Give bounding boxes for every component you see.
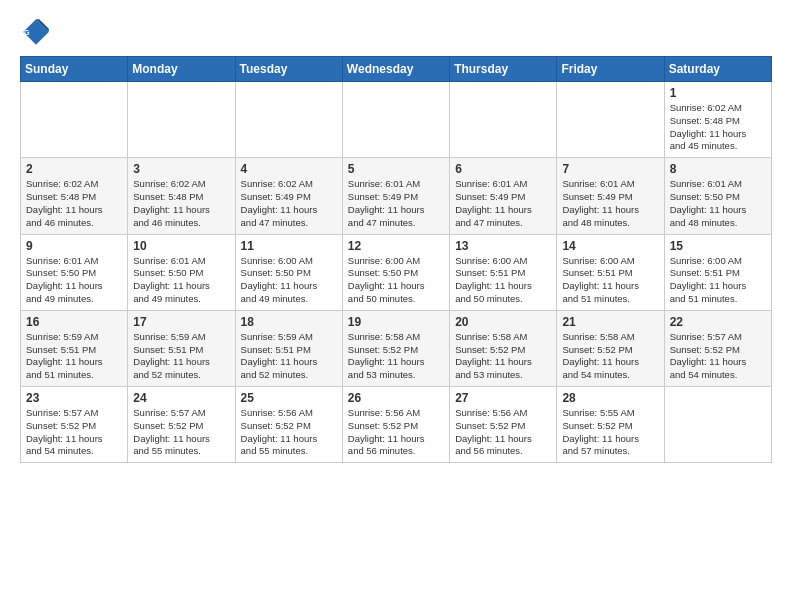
day-info: Sunrise: 6:02 AM Sunset: 5:48 PM Dayligh… xyxy=(26,178,122,229)
day-number: 19 xyxy=(348,315,444,329)
day-info: Sunrise: 6:01 AM Sunset: 5:50 PM Dayligh… xyxy=(670,178,766,229)
day-info: Sunrise: 5:58 AM Sunset: 5:52 PM Dayligh… xyxy=(562,331,658,382)
day-cell: 20Sunrise: 5:58 AM Sunset: 5:52 PM Dayli… xyxy=(450,310,557,386)
weekday-monday: Monday xyxy=(128,57,235,82)
header: G xyxy=(20,16,772,48)
day-info: Sunrise: 6:01 AM Sunset: 5:50 PM Dayligh… xyxy=(133,255,229,306)
day-number: 5 xyxy=(348,162,444,176)
day-cell: 5Sunrise: 6:01 AM Sunset: 5:49 PM Daylig… xyxy=(342,158,449,234)
day-cell: 22Sunrise: 5:57 AM Sunset: 5:52 PM Dayli… xyxy=(664,310,771,386)
week-row-5: 23Sunrise: 5:57 AM Sunset: 5:52 PM Dayli… xyxy=(21,387,772,463)
day-cell: 3Sunrise: 6:02 AM Sunset: 5:48 PM Daylig… xyxy=(128,158,235,234)
day-info: Sunrise: 5:58 AM Sunset: 5:52 PM Dayligh… xyxy=(455,331,551,382)
day-info: Sunrise: 5:57 AM Sunset: 5:52 PM Dayligh… xyxy=(26,407,122,458)
day-cell: 10Sunrise: 6:01 AM Sunset: 5:50 PM Dayli… xyxy=(128,234,235,310)
day-number: 2 xyxy=(26,162,122,176)
day-info: Sunrise: 5:59 AM Sunset: 5:51 PM Dayligh… xyxy=(241,331,337,382)
day-cell xyxy=(342,82,449,158)
day-cell: 12Sunrise: 6:00 AM Sunset: 5:50 PM Dayli… xyxy=(342,234,449,310)
day-number: 27 xyxy=(455,391,551,405)
week-row-1: 1Sunrise: 6:02 AM Sunset: 5:48 PM Daylig… xyxy=(21,82,772,158)
weekday-friday: Friday xyxy=(557,57,664,82)
day-number: 10 xyxy=(133,239,229,253)
day-number: 21 xyxy=(562,315,658,329)
day-cell: 2Sunrise: 6:02 AM Sunset: 5:48 PM Daylig… xyxy=(21,158,128,234)
weekday-saturday: Saturday xyxy=(664,57,771,82)
day-info: Sunrise: 5:57 AM Sunset: 5:52 PM Dayligh… xyxy=(670,331,766,382)
day-info: Sunrise: 6:01 AM Sunset: 5:50 PM Dayligh… xyxy=(26,255,122,306)
day-number: 25 xyxy=(241,391,337,405)
day-cell: 28Sunrise: 5:55 AM Sunset: 5:52 PM Dayli… xyxy=(557,387,664,463)
weekday-sunday: Sunday xyxy=(21,57,128,82)
day-cell: 11Sunrise: 6:00 AM Sunset: 5:50 PM Dayli… xyxy=(235,234,342,310)
day-info: Sunrise: 6:00 AM Sunset: 5:51 PM Dayligh… xyxy=(670,255,766,306)
day-cell: 17Sunrise: 5:59 AM Sunset: 5:51 PM Dayli… xyxy=(128,310,235,386)
weekday-header-row: SundayMondayTuesdayWednesdayThursdayFrid… xyxy=(21,57,772,82)
day-cell xyxy=(664,387,771,463)
day-number: 26 xyxy=(348,391,444,405)
day-cell xyxy=(21,82,128,158)
day-cell: 14Sunrise: 6:00 AM Sunset: 5:51 PM Dayli… xyxy=(557,234,664,310)
day-info: Sunrise: 5:57 AM Sunset: 5:52 PM Dayligh… xyxy=(133,407,229,458)
weekday-wednesday: Wednesday xyxy=(342,57,449,82)
day-number: 7 xyxy=(562,162,658,176)
weekday-tuesday: Tuesday xyxy=(235,57,342,82)
day-info: Sunrise: 6:00 AM Sunset: 5:51 PM Dayligh… xyxy=(562,255,658,306)
day-info: Sunrise: 6:01 AM Sunset: 5:49 PM Dayligh… xyxy=(455,178,551,229)
week-row-4: 16Sunrise: 5:59 AM Sunset: 5:51 PM Dayli… xyxy=(21,310,772,386)
day-cell xyxy=(128,82,235,158)
day-cell: 18Sunrise: 5:59 AM Sunset: 5:51 PM Dayli… xyxy=(235,310,342,386)
day-cell xyxy=(450,82,557,158)
logo: G xyxy=(20,16,56,48)
logo-icon: G xyxy=(20,16,52,48)
svg-text:G: G xyxy=(24,28,30,37)
page: G SundayMondayTuesdayWednesdayThursdayFr… xyxy=(0,0,792,483)
day-info: Sunrise: 6:02 AM Sunset: 5:48 PM Dayligh… xyxy=(670,102,766,153)
day-info: Sunrise: 5:59 AM Sunset: 5:51 PM Dayligh… xyxy=(133,331,229,382)
day-number: 18 xyxy=(241,315,337,329)
day-info: Sunrise: 5:59 AM Sunset: 5:51 PM Dayligh… xyxy=(26,331,122,382)
weekday-thursday: Thursday xyxy=(450,57,557,82)
day-cell: 16Sunrise: 5:59 AM Sunset: 5:51 PM Dayli… xyxy=(21,310,128,386)
day-cell: 1Sunrise: 6:02 AM Sunset: 5:48 PM Daylig… xyxy=(664,82,771,158)
day-cell xyxy=(557,82,664,158)
day-info: Sunrise: 5:56 AM Sunset: 5:52 PM Dayligh… xyxy=(241,407,337,458)
day-cell: 9Sunrise: 6:01 AM Sunset: 5:50 PM Daylig… xyxy=(21,234,128,310)
day-info: Sunrise: 5:58 AM Sunset: 5:52 PM Dayligh… xyxy=(348,331,444,382)
week-row-3: 9Sunrise: 6:01 AM Sunset: 5:50 PM Daylig… xyxy=(21,234,772,310)
day-number: 14 xyxy=(562,239,658,253)
day-number: 11 xyxy=(241,239,337,253)
day-info: Sunrise: 5:56 AM Sunset: 5:52 PM Dayligh… xyxy=(348,407,444,458)
day-info: Sunrise: 6:01 AM Sunset: 5:49 PM Dayligh… xyxy=(348,178,444,229)
day-info: Sunrise: 6:00 AM Sunset: 5:50 PM Dayligh… xyxy=(241,255,337,306)
day-number: 23 xyxy=(26,391,122,405)
day-number: 17 xyxy=(133,315,229,329)
day-cell: 4Sunrise: 6:02 AM Sunset: 5:49 PM Daylig… xyxy=(235,158,342,234)
day-number: 24 xyxy=(133,391,229,405)
day-number: 13 xyxy=(455,239,551,253)
day-info: Sunrise: 6:02 AM Sunset: 5:49 PM Dayligh… xyxy=(241,178,337,229)
day-cell: 21Sunrise: 5:58 AM Sunset: 5:52 PM Dayli… xyxy=(557,310,664,386)
day-info: Sunrise: 6:01 AM Sunset: 5:49 PM Dayligh… xyxy=(562,178,658,229)
day-info: Sunrise: 6:00 AM Sunset: 5:51 PM Dayligh… xyxy=(455,255,551,306)
day-number: 4 xyxy=(241,162,337,176)
day-cell xyxy=(235,82,342,158)
day-cell: 6Sunrise: 6:01 AM Sunset: 5:49 PM Daylig… xyxy=(450,158,557,234)
calendar-table: SundayMondayTuesdayWednesdayThursdayFrid… xyxy=(20,56,772,463)
day-number: 9 xyxy=(26,239,122,253)
day-cell: 23Sunrise: 5:57 AM Sunset: 5:52 PM Dayli… xyxy=(21,387,128,463)
week-row-2: 2Sunrise: 6:02 AM Sunset: 5:48 PM Daylig… xyxy=(21,158,772,234)
day-number: 8 xyxy=(670,162,766,176)
day-info: Sunrise: 6:02 AM Sunset: 5:48 PM Dayligh… xyxy=(133,178,229,229)
day-cell: 27Sunrise: 5:56 AM Sunset: 5:52 PM Dayli… xyxy=(450,387,557,463)
day-number: 6 xyxy=(455,162,551,176)
day-number: 12 xyxy=(348,239,444,253)
day-cell: 25Sunrise: 5:56 AM Sunset: 5:52 PM Dayli… xyxy=(235,387,342,463)
day-cell: 26Sunrise: 5:56 AM Sunset: 5:52 PM Dayli… xyxy=(342,387,449,463)
day-cell: 13Sunrise: 6:00 AM Sunset: 5:51 PM Dayli… xyxy=(450,234,557,310)
day-number: 22 xyxy=(670,315,766,329)
day-cell: 15Sunrise: 6:00 AM Sunset: 5:51 PM Dayli… xyxy=(664,234,771,310)
day-number: 3 xyxy=(133,162,229,176)
day-cell: 24Sunrise: 5:57 AM Sunset: 5:52 PM Dayli… xyxy=(128,387,235,463)
day-cell: 7Sunrise: 6:01 AM Sunset: 5:49 PM Daylig… xyxy=(557,158,664,234)
